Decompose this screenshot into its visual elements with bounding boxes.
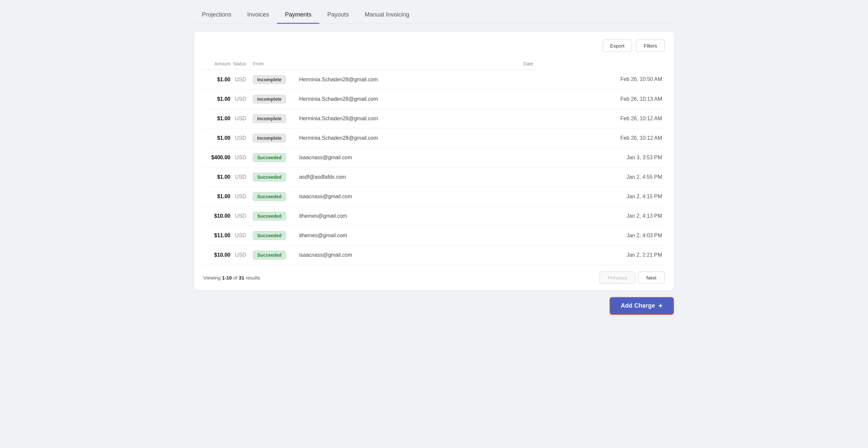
viewing-suffix: results	[244, 275, 260, 281]
status-badge: Incomplete	[253, 75, 286, 84]
cell-from-3: Herminia.Schaden28@gmail.com	[299, 128, 536, 148]
cell-amount-7: $10.00	[203, 206, 233, 226]
cell-status-1: Incomplete	[253, 89, 299, 109]
cell-status-3: Incomplete	[253, 128, 299, 148]
cell-status-2: Incomplete	[253, 109, 299, 128]
status-badge: Succeeded	[253, 231, 286, 240]
status-badge: Incomplete	[253, 114, 286, 123]
cell-date-0: Feb 26, 10:50 AM	[536, 70, 665, 89]
cell-amount-3: $1.00	[203, 128, 233, 148]
viewing-middle: of	[232, 275, 239, 281]
next-button[interactable]: Next	[638, 271, 665, 284]
viewing-total: 31	[239, 275, 244, 281]
cell-from-7: ithemes@gmail.com	[299, 206, 536, 226]
status-badge: Succeeded	[253, 251, 286, 259]
cell-amount-1: $1.00	[203, 89, 233, 109]
table-row[interactable]: $1.00USDSucceededasdf@asdfafds.comJan 2,…	[203, 167, 665, 187]
cell-date-7: Jan 2, 4:13 PM	[536, 206, 665, 226]
payments-table: Amount Status From Date $1.00USDIncomple…	[203, 58, 665, 265]
col-header-amount: Amount	[203, 58, 233, 70]
cell-date-9: Jan 2, 2:21 PM	[536, 245, 665, 265]
cell-amount-6: $1.00	[203, 187, 233, 206]
export-button[interactable]: Export	[602, 40, 632, 52]
tab-bar: ProjectionsInvoicesPaymentsPayoutsManual…	[194, 7, 674, 24]
cell-currency-5: USD	[233, 167, 253, 187]
cell-currency-2: USD	[233, 109, 253, 128]
tab-invoices[interactable]: Invoices	[239, 7, 277, 24]
cell-status-8: Succeeded	[253, 226, 299, 245]
cell-status-5: Succeeded	[253, 167, 299, 187]
cell-from-9: isaacnass@gmail.com	[299, 245, 536, 265]
cell-currency-1: USD	[233, 89, 253, 109]
cell-date-5: Jan 2, 4:55 PM	[536, 167, 665, 187]
cell-from-0: Herminia.Schaden28@gmail.com	[299, 70, 536, 89]
add-charge-button[interactable]: Add Charge +	[610, 297, 674, 315]
status-badge: Succeeded	[253, 192, 286, 201]
add-charge-label: Add Charge	[621, 302, 655, 309]
table-footer: Viewing 1-10 of 31 results Previous Next	[203, 271, 665, 284]
cell-date-1: Feb 26, 10:13 AM	[536, 89, 665, 109]
cell-currency-3: USD	[233, 128, 253, 148]
cell-date-6: Jan 2, 4:15 PM	[536, 187, 665, 206]
plus-icon: +	[658, 302, 663, 310]
cell-status-7: Succeeded	[253, 206, 299, 226]
cell-date-4: Jan 3, 3:53 PM	[536, 148, 665, 167]
tab-projections[interactable]: Projections	[194, 7, 239, 24]
table-row[interactable]: $400.00USDSucceededisaacnass@gmail.comJa…	[203, 148, 665, 167]
status-badge: Succeeded	[253, 173, 286, 181]
cell-from-1: Herminia.Schaden28@gmail.com	[299, 89, 536, 109]
cell-date-2: Feb 26, 10:12 AM	[536, 109, 665, 128]
status-badge: Incomplete	[253, 95, 286, 103]
table-row[interactable]: $1.00USDIncompleteHerminia.Schaden28@gma…	[203, 70, 665, 89]
add-charge-wrapper: Add Charge +	[194, 297, 674, 315]
table-row[interactable]: $1.00USDSucceededisaacnass@gmail.comJan …	[203, 187, 665, 206]
table-row[interactable]: $1.00USDIncompleteHerminia.Schaden28@gma…	[203, 109, 665, 128]
table-row[interactable]: $10.00USDSucceededisaacnass@gmail.comJan…	[203, 245, 665, 265]
previous-button[interactable]: Previous	[599, 271, 635, 284]
pagination: Previous Next	[599, 271, 665, 284]
status-badge: Succeeded	[253, 153, 286, 162]
toolbar: Export Filters	[203, 40, 665, 52]
cell-currency-7: USD	[233, 206, 253, 226]
cell-from-8: ithemes@gmail.com	[299, 226, 536, 245]
cell-date-3: Feb 26, 10:12 AM	[536, 128, 665, 148]
cell-status-6: Succeeded	[253, 187, 299, 206]
cell-currency-4: USD	[233, 148, 253, 167]
cell-amount-9: $10.00	[203, 245, 233, 265]
tab-payouts[interactable]: Payouts	[319, 7, 356, 24]
cell-amount-5: $1.00	[203, 167, 233, 187]
cell-date-8: Jan 2, 4:03 PM	[536, 226, 665, 245]
cell-from-6: isaacnass@gmail.com	[299, 187, 536, 206]
status-badge: Succeeded	[253, 212, 286, 220]
table-row[interactable]: $1.00USDIncompleteHerminia.Schaden28@gma…	[203, 89, 665, 109]
cell-status-4: Succeeded	[253, 148, 299, 167]
col-header-status: Status	[233, 58, 253, 70]
cell-currency-6: USD	[233, 187, 253, 206]
cell-from-4: isaacnass@gmail.com	[299, 148, 536, 167]
status-badge: Incomplete	[253, 134, 286, 142]
tab-manual-invoicing[interactable]: Manual Invoicing	[356, 7, 417, 24]
cell-currency-0: USD	[233, 70, 253, 89]
cell-amount-4: $400.00	[203, 148, 233, 167]
cell-currency-8: USD	[233, 226, 253, 245]
cell-status-0: Incomplete	[253, 70, 299, 89]
cell-from-2: Herminia.Schaden28@gmail.com	[299, 109, 536, 128]
cell-amount-8: $11.00	[203, 226, 233, 245]
payments-card: Export Filters Amount Status From Date $…	[194, 32, 674, 290]
cell-currency-9: USD	[233, 245, 253, 265]
table-row[interactable]: $11.00USDSucceededithemes@gmail.comJan 2…	[203, 226, 665, 245]
tab-payments[interactable]: Payments	[277, 7, 319, 24]
cell-amount-0: $1.00	[203, 70, 233, 89]
viewing-prefix: Viewing	[203, 275, 222, 281]
viewing-range: 1-10	[222, 275, 232, 281]
cell-from-5: asdf@asdfafds.com	[299, 167, 536, 187]
cell-status-9: Succeeded	[253, 245, 299, 265]
filters-button[interactable]: Filters	[636, 40, 665, 52]
table-row[interactable]: $10.00USDSucceededithemes@gmail.comJan 2…	[203, 206, 665, 226]
viewing-info: Viewing 1-10 of 31 results	[203, 275, 260, 281]
col-header-from: From	[253, 58, 299, 70]
cell-amount-2: $1.00	[203, 109, 233, 128]
table-row[interactable]: $1.00USDIncompleteHerminia.Schaden28@gma…	[203, 128, 665, 148]
col-header-date: Date	[299, 58, 536, 70]
